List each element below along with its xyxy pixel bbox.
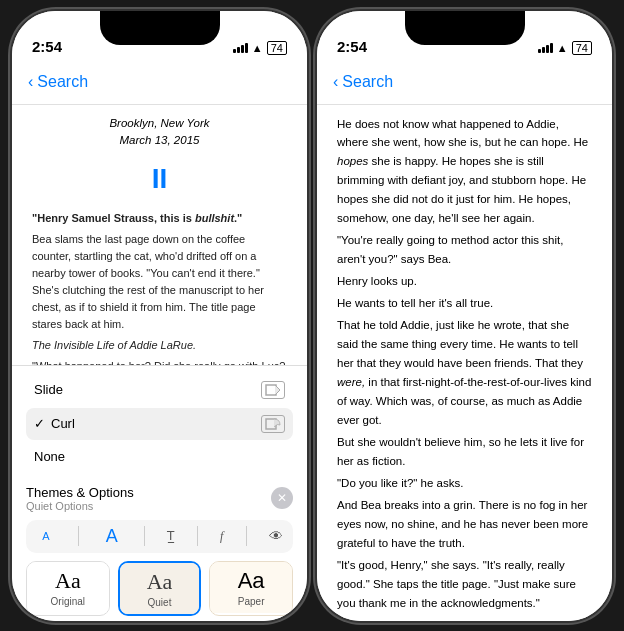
chevron-left-icon: ‹ (28, 73, 33, 91)
back-button-right[interactable]: ‹ Search (333, 73, 393, 91)
notch (100, 11, 220, 45)
themes-title: Themes & Options (26, 485, 134, 500)
theme-sample-original: Aa (55, 570, 81, 592)
nav-bar-left: ‹ Search (12, 61, 307, 105)
status-icons-right: ▲ 74 (538, 41, 592, 55)
book-text-left: "Henry Samuel Strauss, this is bullshit.… (32, 210, 287, 365)
phones-container: 2:54 ▲ 74 ‹ Search (2, 1, 622, 631)
font-increase-button[interactable]: A (102, 526, 122, 547)
battery-icon: 74 (267, 41, 287, 55)
slide-option-curl[interactable]: ✓ Curl (26, 408, 293, 440)
notch-right (405, 11, 525, 45)
time-left: 2:54 (32, 38, 62, 55)
wifi-icon: ▲ (252, 42, 263, 54)
theme-card-original[interactable]: Aa Original (26, 561, 110, 616)
battery-icon-right: 74 (572, 41, 592, 55)
close-button[interactable]: ✕ (271, 487, 293, 509)
theme-label-paper: Paper (238, 596, 265, 607)
themes-section: Themes & Options Quiet Options ✕ A A T̲ … (12, 479, 307, 621)
theme-card-quiet[interactable]: Aa Quiet (118, 561, 202, 616)
chevron-left-icon-right: ‹ (333, 73, 338, 91)
book-content-right: He does not know what happened to Addie,… (317, 105, 612, 621)
font-controls: A A T̲ f 👁 (26, 520, 293, 553)
theme-grid: Aa Original Aa Quiet Aa Paper (26, 561, 293, 621)
font-type-icon[interactable]: T̲ (167, 529, 174, 543)
slide-options-list: Slide ✓ Curl None (26, 374, 293, 471)
font-decrease-button[interactable]: A (36, 530, 56, 542)
status-icons-left: ▲ 74 (233, 41, 287, 55)
book-text-right: He does not know what happened to Addie,… (337, 115, 592, 621)
right-phone: 2:54 ▲ 74 ‹ Search (317, 11, 612, 621)
theme-card-paper[interactable]: Aa Paper (209, 561, 293, 616)
back-button-left[interactable]: ‹ Search (28, 73, 88, 91)
eye-icon[interactable]: 👁 (269, 528, 283, 544)
left-phone: 2:54 ▲ 74 ‹ Search (12, 11, 307, 621)
theme-sample-paper: Aa (238, 570, 265, 592)
svg-rect-0 (266, 385, 276, 395)
slide-option-none[interactable]: None (26, 442, 293, 471)
slide-panel: Slide ✓ Curl None (12, 365, 307, 479)
theme-label-original: Original (51, 596, 85, 607)
nav-bar-right: ‹ Search (317, 61, 612, 105)
signal-icon-right (538, 43, 553, 53)
signal-icon (233, 43, 248, 53)
theme-label-quiet: Quiet (148, 597, 172, 608)
time-right: 2:54 (337, 38, 367, 55)
slide-icon (261, 381, 285, 399)
font-sep-3 (197, 526, 198, 546)
theme-sample-quiet: Aa (147, 571, 173, 593)
curl-icon (261, 415, 285, 433)
slide-option-slide[interactable]: Slide (26, 374, 293, 406)
book-content-left: Brooklyn, New York March 13, 2015 II "He… (12, 105, 307, 365)
book-header: Brooklyn, New York March 13, 2015 (32, 115, 287, 150)
quiet-options-label: Quiet Options (26, 500, 134, 512)
themes-header: Themes & Options Quiet Options ✕ (26, 485, 293, 512)
font-sep-1 (78, 526, 79, 546)
wifi-icon-right: ▲ (557, 42, 568, 54)
font-style-icon[interactable]: f (220, 529, 223, 544)
chapter-num: II (32, 157, 287, 202)
font-sep-2 (144, 526, 145, 546)
font-sep-4 (246, 526, 247, 546)
